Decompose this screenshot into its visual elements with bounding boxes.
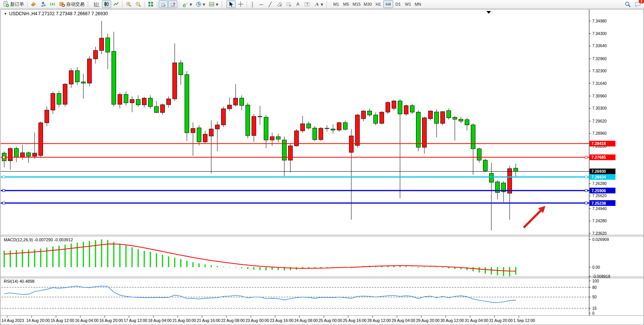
macd-bar: [144, 251, 145, 267]
shapes-button[interactable]: ▾: [312, 0, 325, 8]
candle: [313, 128, 317, 139]
gold-book-icon: [30, 1, 37, 7]
community-button[interactable]: [38, 0, 48, 8]
macd-tick-label: 0.00: [592, 265, 600, 269]
auto-scroll-button[interactable]: [159, 0, 168, 8]
candle: [337, 123, 341, 130]
macd-bar: [424, 267, 425, 268]
timeframe-button-d1[interactable]: D1: [393, 0, 403, 8]
macd-bar: [479, 267, 480, 272]
line-handle[interactable]: [585, 202, 587, 204]
candle: [459, 119, 463, 121]
notifications-button[interactable]: 1: [633, 0, 642, 8]
auto-trading-button[interactable]: 自动交易: [57, 0, 86, 8]
timeframe-button-m5[interactable]: M5: [341, 0, 351, 8]
bar-chart-mode-button[interactable]: [92, 0, 102, 8]
templates-button[interactable]: ▾: [207, 0, 220, 8]
signals-button[interactable]: [48, 0, 57, 8]
search-button[interactable]: [623, 0, 633, 8]
line-handle[interactable]: [585, 190, 587, 192]
indicators-button[interactable]: ▾: [181, 0, 194, 8]
macd-bar: [132, 247, 133, 267]
crosshair-button[interactable]: [236, 0, 245, 8]
candle: [447, 111, 451, 118]
template-icon: [209, 1, 215, 7]
rsi-tick-label: 80: [592, 285, 597, 290]
tile-windows-button[interactable]: [146, 0, 155, 8]
candle: [148, 98, 153, 107]
macd-bar: [199, 263, 200, 267]
macd-bar: [473, 267, 474, 271]
vertical-line-button[interactable]: │: [249, 0, 257, 8]
auto-trading-label: 自动交易: [66, 1, 84, 8]
candle: [319, 128, 323, 140]
zoom-out-button[interactable]: [134, 0, 143, 8]
text-button[interactable]: A: [294, 0, 302, 8]
tile-windows-icon: [148, 1, 154, 7]
chevron-down-icon: ▾: [203, 2, 206, 7]
line-handle[interactable]: [3, 202, 5, 204]
timeframe-button-w1[interactable]: W1: [403, 0, 413, 8]
chart-collapse-icon: ▼: [4, 12, 7, 16]
chart-shift-icon: [170, 1, 176, 7]
line-handle[interactable]: [3, 176, 5, 178]
timeframe-button-mn[interactable]: MN: [413, 0, 423, 8]
candle: [416, 112, 421, 147]
cursor-button[interactable]: [226, 0, 236, 8]
line-handle[interactable]: [3, 190, 5, 192]
cursor-icon: [228, 1, 234, 7]
fibonacci-button[interactable]: F: [284, 0, 293, 8]
rsi-tick-label: 100: [592, 279, 599, 283]
timeframe-button-h4[interactable]: H4: [383, 0, 393, 8]
candle: [33, 153, 37, 156]
candle: [258, 116, 262, 117]
candle: [63, 84, 67, 104]
toolbar: 新订单 自动交易 ▾ ▾: [0, 0, 644, 9]
candle: [142, 98, 147, 105]
new-order-icon: [3, 1, 9, 7]
svg-text:E: E: [280, 4, 282, 7]
periods-button[interactable]: ▾: [194, 0, 207, 8]
candle: [167, 99, 171, 105]
chart-canvas[interactable]: 7.349807.343007.336407.329607.323007.316…: [1, 10, 643, 325]
trendline-button[interactable]: ╱: [266, 0, 274, 8]
time-axis-label: 30 Aug 12:00: [440, 318, 464, 323]
macd-bar: [241, 267, 242, 268]
macd-bar: [491, 267, 492, 275]
zoom-in-button[interactable]: [124, 0, 133, 8]
line-chart-mode-button[interactable]: [112, 0, 121, 8]
timeframe-button-m15[interactable]: M15: [351, 0, 362, 8]
macd-bar: [418, 267, 419, 268]
auto-trading-icon: [59, 1, 65, 7]
timeframe-button-h1[interactable]: H1: [373, 0, 383, 8]
candle: [270, 137, 274, 140]
line-handle[interactable]: [585, 156, 587, 158]
line-handle[interactable]: [3, 156, 5, 158]
text-label-button[interactable]: T: [303, 0, 312, 8]
candle: [471, 125, 475, 149]
candle: [14, 148, 19, 157]
candle: [228, 105, 232, 109]
timeframe-button-m30[interactable]: M30: [362, 0, 373, 8]
horizontal-line-button[interactable]: ─: [257, 0, 266, 8]
time-axis-label: 25 Aug 00:00: [319, 318, 342, 323]
separator: [27, 1, 27, 8]
equidistant-channel-button[interactable]: E: [275, 0, 284, 8]
time-axis-label: 24 Aug 08:00: [294, 318, 318, 323]
market-watch-button[interactable]: [29, 0, 38, 8]
indicators-icon: [182, 1, 188, 7]
candle: [75, 71, 80, 82]
new-order-button[interactable]: 新订单: [2, 0, 26, 8]
crosshair-icon: [238, 1, 244, 7]
price-tick-label: 7.24280: [592, 218, 607, 223]
macd-bar: [46, 247, 48, 267]
timeframe-button-m1[interactable]: M1: [331, 0, 341, 8]
candlestick-mode-button[interactable]: [102, 0, 111, 8]
chart-shift-button[interactable]: [168, 0, 177, 8]
macd-bar: [442, 267, 443, 268]
time-axis-label: 25 Aug 16:00: [343, 318, 367, 323]
time-axis-label: 16 Aug 04:00: [75, 318, 99, 323]
line-handle[interactable]: [585, 176, 587, 178]
new-order-label: 新订单: [10, 1, 24, 8]
candle: [410, 106, 414, 112]
